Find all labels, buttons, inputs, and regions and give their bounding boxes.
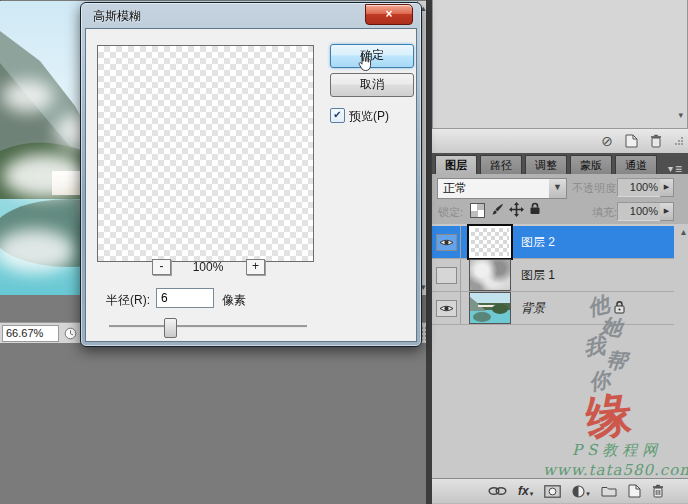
opacity-value[interactable]: 100% [617, 178, 662, 197]
radius-slider-track[interactable] [109, 325, 307, 328]
layer-row-layer2[interactable]: 图层 2 [432, 226, 674, 259]
eye-icon [439, 304, 454, 313]
radius-unit-label: 像素 [222, 292, 246, 309]
new-item-icon[interactable] [625, 134, 638, 148]
zoom-level-field[interactable]: 66.67% [2, 325, 59, 342]
blend-mode-select[interactable]: 正常 [437, 178, 556, 199]
background-lock-icon [613, 300, 626, 317]
panel-dock: ▾ ⊘ 图层 路径 调整 蒙版 通道 ▾ ≡ 正常 [432, 0, 688, 504]
eye-icon [439, 238, 454, 247]
lock-position-icon[interactable] [509, 202, 524, 217]
list-scroll-up-icon[interactable]: ▴ [681, 227, 686, 237]
tab-channels[interactable]: 通道 [615, 155, 657, 174]
upper-panel: ▾ [432, 0, 688, 129]
layer-name: 图层 1 [521, 267, 555, 284]
close-button[interactable]: × [365, 4, 413, 25]
tab-masks[interactable]: 蒙版 [570, 155, 612, 174]
layer-row-layer1[interactable]: 图层 1 [432, 259, 674, 292]
caret-down-icon: ▾ [668, 164, 673, 174]
link-layers-icon[interactable] [488, 486, 507, 496]
layer-row-background[interactable]: 背景 [432, 292, 674, 325]
fill-label: 填充: [592, 205, 617, 220]
layer-name: 背景 [521, 300, 545, 317]
dialog-body: - 100% + 确定 取消 ✔ 预览(P) 半径(R): 像素 [85, 28, 417, 342]
close-icon: × [385, 7, 392, 21]
landscape-thumbnail-image [470, 293, 510, 323]
visibility-toggle-empty[interactable] [436, 267, 457, 284]
layer-list: ▴ 图层 2 图层 1 [432, 224, 688, 478]
cancel-button[interactable]: 取消 [330, 73, 414, 97]
panel-scroll-down-icon[interactable]: ▾ [678, 111, 683, 120]
layer-thumbnail[interactable] [469, 259, 511, 291]
add-layer-mask-icon[interactable] [544, 485, 561, 498]
lock-label: 锁定: [438, 205, 463, 220]
tab-adjustments[interactable]: 调整 [525, 155, 567, 174]
preview-zoom-in-button[interactable]: + [246, 259, 265, 275]
opacity-spinner-icon[interactable]: ▶ [660, 178, 674, 197]
lock-pixels-icon[interactable] [490, 203, 504, 217]
visibility-toggle[interactable] [436, 234, 457, 251]
delete-layer-icon[interactable] [652, 484, 664, 498]
tab-layers[interactable]: 图层 [435, 155, 477, 174]
layers-panel-options: 正常 ▼ 不透明度: 100% ▶ 锁定: 填充: 100% ▶ [432, 174, 688, 225]
panel-menu-icon[interactable]: ▾ ≡ [668, 164, 682, 174]
layer-thumbnail[interactable] [469, 226, 511, 258]
check-icon: ✔ [333, 109, 341, 120]
radius-input[interactable] [156, 288, 214, 308]
layer-style-icon[interactable]: fx▾ [518, 484, 533, 498]
preview-zoom-level: 100% [176, 260, 240, 274]
layer-thumbnail[interactable] [469, 292, 511, 324]
delete-icon[interactable] [650, 134, 662, 148]
ok-button[interactable]: 确定 [330, 44, 414, 68]
layers-panel-tabbar: 图层 路径 调整 蒙版 通道 ▾ ≡ [432, 153, 688, 174]
blur-preview-area[interactable] [97, 45, 314, 262]
fill-value[interactable]: 100% [617, 202, 662, 221]
tab-paths[interactable]: 路径 [480, 155, 522, 174]
photoshop-workspace: Ps source.psd [0, 0, 688, 504]
layers-panel-bottombar: fx▾ ▾ [432, 478, 688, 503]
new-group-icon[interactable] [601, 485, 617, 497]
menu-lines-icon: ≡ [675, 164, 682, 174]
upper-panel-toolbar: ⊘ [432, 128, 688, 154]
prohibit-icon[interactable]: ⊘ [601, 133, 613, 149]
blend-mode-dropdown-icon[interactable]: ▼ [549, 178, 567, 199]
lock-transparency-icon[interactable] [470, 203, 485, 218]
layer-name: 图层 2 [521, 234, 555, 251]
panel-resize-grip[interactable] [674, 136, 684, 146]
dialog-title: 高斯模糊 [93, 8, 141, 25]
hand-cursor-icon [355, 52, 372, 75]
new-layer-icon[interactable] [628, 484, 641, 498]
timer-icon [64, 327, 77, 340]
preview-zoom-out-button[interactable]: - [152, 259, 171, 275]
radius-label: 半径(R): [106, 292, 150, 309]
visibility-toggle[interactable] [436, 300, 457, 317]
document-window: Ps source.psd [0, 0, 1, 2]
preview-checkbox[interactable]: ✔ [330, 108, 345, 123]
lock-all-icon[interactable] [529, 202, 541, 215]
fill-spinner-icon[interactable]: ▶ [660, 202, 674, 221]
opacity-label: 不透明度: [572, 181, 619, 196]
preview-checkbox-label: 预览(P) [349, 108, 389, 125]
adjustment-layer-icon[interactable]: ▾ [572, 485, 590, 498]
radius-slider-thumb[interactable] [164, 318, 177, 338]
